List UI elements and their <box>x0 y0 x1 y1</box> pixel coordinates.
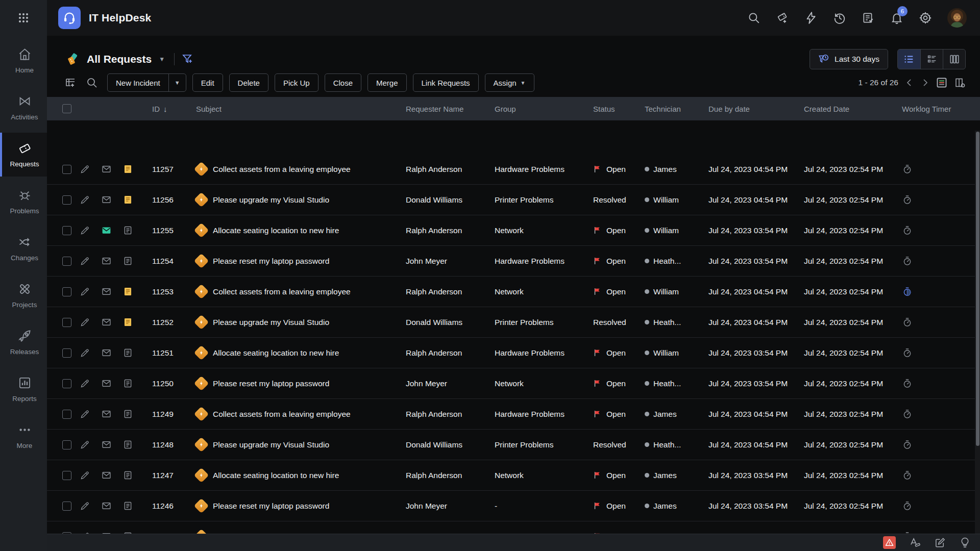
request-subject[interactable]: Please upgrade my Visual Studio <box>213 195 329 205</box>
notes-icon[interactable] <box>122 256 133 266</box>
mail-icon[interactable] <box>101 164 112 174</box>
mail-icon[interactable] <box>101 470 112 481</box>
mail-icon[interactable] <box>101 531 112 534</box>
sidebar-item-releases[interactable]: Releases <box>0 320 47 364</box>
sidebar-item-home[interactable]: Home <box>0 39 47 83</box>
column-header-group[interactable]: Group <box>495 105 593 113</box>
request-id[interactable]: 11255 <box>145 215 191 245</box>
sidebar-item-problems[interactable]: Problems <box>0 180 47 223</box>
row-checkbox[interactable] <box>62 257 71 266</box>
settings-gear-icon[interactable] <box>919 11 932 24</box>
worklog-timer-icon[interactable] <box>902 409 913 419</box>
row-checkbox[interactable] <box>62 195 71 205</box>
edit-pencil-icon[interactable] <box>80 347 90 358</box>
notes-icon[interactable] <box>122 378 133 389</box>
error-warning-icon[interactable] <box>883 536 896 549</box>
notes-icon[interactable] <box>122 500 133 511</box>
search-icon[interactable] <box>747 11 761 24</box>
edit-pencil-icon[interactable] <box>80 500 90 511</box>
add-view-icon[interactable] <box>64 77 77 89</box>
request-subject[interactable]: Please upgrade my Visual Studio <box>213 440 329 449</box>
worklog-timer-icon[interactable] <box>902 439 913 450</box>
next-page-icon[interactable] <box>921 79 929 87</box>
worklog-timer-icon[interactable] <box>902 194 913 205</box>
edit-pencil-icon[interactable] <box>80 286 90 297</box>
sidebar-item-activities[interactable]: Activities <box>0 86 47 130</box>
row-checkbox[interactable] <box>62 440 71 449</box>
delete-button[interactable]: Delete <box>229 73 268 92</box>
notes-icon[interactable] <box>122 347 133 358</box>
worklog-timer-icon[interactable] <box>902 531 913 534</box>
notifications-bell-icon[interactable]: 6 <box>890 11 903 24</box>
request-subject[interactable]: Allocate seating location to new hire <box>213 471 339 480</box>
worklog-timer-icon[interactable] <box>902 317 913 328</box>
time-filter-button[interactable]: Last 30 days <box>810 49 888 69</box>
column-header-technician[interactable]: Technician <box>645 105 708 113</box>
apps-grid-icon[interactable] <box>0 0 47 36</box>
request-id[interactable]: 11246 <box>145 491 191 521</box>
worklog-timer-icon[interactable] <box>902 500 913 511</box>
column-header-created[interactable]: Created Date <box>804 105 902 113</box>
add-request-icon[interactable] <box>776 11 789 24</box>
pickup-button[interactable]: Pick Up <box>275 73 318 92</box>
table-row[interactable]: 11252 Please upgrade my Visual Studio Do… <box>47 307 980 338</box>
notes-icon[interactable] <box>122 439 133 450</box>
notes-filled-icon[interactable] <box>122 286 133 297</box>
notes-filled-icon[interactable] <box>122 317 133 328</box>
table-row[interactable]: 11257 Collect assets from a leaving empl… <box>47 154 980 185</box>
request-id[interactable]: 11256 <box>145 185 191 215</box>
row-checkbox[interactable] <box>62 410 71 419</box>
feedback-icon[interactable] <box>862 11 875 24</box>
request-subject[interactable]: Please reset my laptop password <box>213 257 329 266</box>
table-row[interactable]: 11251 Allocate seating location to new h… <box>47 338 980 368</box>
request-id[interactable]: 11250 <box>145 368 191 398</box>
request-subject[interactable]: Please upgrade my Visual Studio <box>213 318 329 327</box>
edit-pencil-icon[interactable] <box>80 439 90 450</box>
table-row[interactable]: 11253 Collect assets from a leaving empl… <box>47 277 980 307</box>
add-filter-icon[interactable] <box>182 53 194 65</box>
request-subject[interactable]: Collect assets from a leaving employee <box>213 532 351 534</box>
worklog-timer-icon[interactable] <box>902 225 913 236</box>
list-view-toggle[interactable] <box>898 49 920 69</box>
worklog-timer-icon[interactable] <box>902 470 913 481</box>
vertical-scrollbar[interactable] <box>975 131 980 534</box>
close-button[interactable]: Close <box>325 73 361 92</box>
table-row[interactable]: 11247 Allocate seating location to new h… <box>47 460 980 491</box>
edit-pencil-icon[interactable] <box>80 164 90 174</box>
view-dropdown-caret[interactable]: ▼ <box>159 56 165 63</box>
link-requests-button[interactable]: Link Requests <box>413 73 479 92</box>
app-logo[interactable] <box>58 7 81 29</box>
worklog-timer-active-icon[interactable] <box>902 286 913 297</box>
column-header-id[interactable]: ID ↓ <box>145 105 191 113</box>
table-row[interactable]: 11256 Please upgrade my Visual Studio Do… <box>47 185 980 215</box>
edit-pencil-icon[interactable] <box>80 225 90 236</box>
sidebar-item-more[interactable]: More <box>0 414 47 458</box>
measure-text-icon[interactable] <box>909 537 921 548</box>
request-id[interactable]: 11257 <box>145 154 191 184</box>
row-checkbox[interactable] <box>62 165 71 174</box>
column-header-requester[interactable]: Requester Name <box>406 105 495 113</box>
mail-icon[interactable] <box>101 500 112 511</box>
sidebar-item-reports[interactable]: Reports <box>0 367 47 411</box>
request-subject[interactable]: Please reset my laptop password <box>213 379 329 388</box>
notes-icon[interactable] <box>122 225 133 236</box>
row-color-legend-icon[interactable] <box>936 77 947 88</box>
mail-icon[interactable] <box>101 347 112 358</box>
table-row[interactable]: 11254 Please reset my laptop password Jo… <box>47 246 980 277</box>
worklog-timer-icon[interactable] <box>902 347 913 358</box>
edit-pencil-icon[interactable] <box>80 194 90 205</box>
request-subject[interactable]: Please reset my laptop password <box>213 502 329 511</box>
merge-button[interactable]: Merge <box>368 73 407 92</box>
mail-icon[interactable] <box>101 409 112 419</box>
worklog-timer-icon[interactable] <box>902 164 913 174</box>
worklog-timer-icon[interactable] <box>902 378 913 389</box>
new-incident-dropdown[interactable]: ▼ <box>168 74 186 91</box>
request-id[interactable]: 11251 <box>145 338 191 368</box>
request-id[interactable]: 11253 <box>145 277 191 307</box>
row-checkbox[interactable] <box>62 318 71 327</box>
row-checkbox[interactable] <box>62 226 71 235</box>
edit-pencil-icon[interactable] <box>80 256 90 266</box>
notes-icon[interactable] <box>122 409 133 419</box>
table-row[interactable]: 11250 Please reset my laptop password Jo… <box>47 368 980 399</box>
edit-pencil-icon[interactable] <box>80 470 90 481</box>
